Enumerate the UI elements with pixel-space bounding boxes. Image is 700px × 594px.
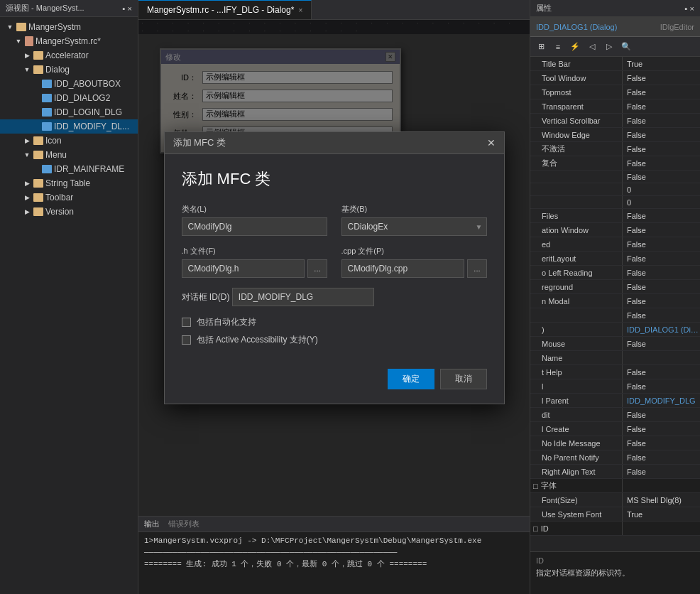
properties-object-selector[interactable]: IDD_DIALOG1 (Dialog) IDlgEditor: [530, 17, 700, 37]
tree-item-login[interactable]: IDD_LOGIN_DLG: [0, 105, 138, 119]
prop-value-mouse: False: [623, 340, 700, 348]
prop-vscrollbar[interactable]: Vertical Scrollbar False: [530, 114, 700, 128]
tree-item-accelerator[interactable]: ▶ Accelerator: [0, 48, 138, 63]
folder-icon-acc: [33, 51, 43, 60]
rc-file-icon: [25, 36, 33, 46]
tree-item-rc[interactable]: ▼ MangerSystm.rc*: [0, 34, 138, 48]
tree-label-dialog: Dialog: [45, 65, 70, 75]
prop-name-row[interactable]: Name: [530, 351, 700, 365]
mfc-cancel-button[interactable]: 取消: [440, 369, 487, 389]
prop-topmost[interactable]: Topmost False: [530, 85, 700, 99]
prop-oleftreading[interactable]: o Left Reading False: [530, 266, 700, 280]
tree-item-dialog2[interactable]: IDD_DIALOG2: [0, 91, 138, 105]
folder-icon-toolbar: [33, 193, 43, 202]
tree-item-version[interactable]: ▶ Version: [0, 205, 138, 219]
prop-category-id[interactable]: □ID: [530, 522, 700, 536]
mfc-input-dialogid[interactable]: [232, 288, 374, 306]
mfc-input-cppfile[interactable]: [341, 259, 465, 278]
mfc-input-hfile[interactable]: [182, 259, 305, 278]
error-list-tab-label[interactable]: 错误列表: [168, 519, 199, 529]
prop-noidlemessage[interactable]: No Idle Message False: [530, 436, 700, 450]
prop-name-dit: dit: [530, 408, 623, 421]
mfc-dialog-close-button[interactable]: ✕: [487, 137, 496, 148]
props-tool-btn-2[interactable]: ≡: [550, 39, 566, 55]
prop-lcreate[interactable]: l Create False: [530, 422, 700, 436]
arrow-modify: [34, 122, 40, 131]
arrow-mainframe: [34, 165, 40, 173]
prop-files[interactable]: Files False: [530, 209, 700, 223]
prop-titlebar[interactable]: Title Bar True: [530, 57, 700, 71]
prop-name-noparentnotify: No Parent Notify: [530, 450, 623, 464]
prop-value-empty2: 0: [623, 185, 700, 194]
prop-nmodal[interactable]: n Modal False: [530, 294, 700, 308]
prop-noparentnotify[interactable]: No Parent Notify False: [530, 450, 700, 465]
solution-explorer-title: 源视图 - MangerSyst...: [6, 3, 84, 14]
mfc-input-classname[interactable]: [182, 217, 327, 236]
output-tab-label: 输出: [144, 519, 160, 529]
mfc-dialog-buttons: 确定 取消: [182, 360, 487, 389]
prop-category-font[interactable]: □字体: [530, 479, 700, 493]
props-tool-btn-search[interactable]: 🔍: [618, 39, 634, 55]
tree-view[interactable]: ▼ MangerSystm ▼ MangerSystm.rc* ▶ Accele…: [0, 17, 138, 594]
prop-name-nmodal: n Modal: [530, 294, 623, 308]
props-tool-btn-3[interactable]: ◁: [584, 39, 600, 55]
props-tool-btn-4[interactable]: ▷: [601, 39, 617, 55]
prop-composite[interactable]: 复合 False: [530, 156, 700, 171]
prop-name-mouse: Mouse: [530, 337, 623, 350]
mfc-checkbox-accessibility-box[interactable]: [182, 335, 191, 345]
tree-item-aboutbox[interactable]: IDD_ABOUTBOX: [0, 77, 138, 91]
mfc-select-baseclass[interactable]: CDialogEx: [341, 217, 487, 236]
prop-name-name: Name: [530, 351, 623, 364]
tree-item-mainframe[interactable]: IDR_MAINFRAME: [0, 162, 138, 176]
tree-item-icon[interactable]: ▶ Icon: [0, 134, 138, 148]
tree-label-modify: IDD_MODIFY_DL...: [54, 122, 129, 131]
prop-value-empty1: False: [623, 173, 700, 181]
arrow-version: ▶: [23, 207, 31, 216]
prop-ed[interactable]: ed False: [530, 237, 700, 252]
tab-close-button[interactable]: ×: [298, 6, 302, 14]
tree-item-toolbar[interactable]: ▶ Toolbar: [0, 190, 138, 205]
tree-item-dialog[interactable]: ▼ Dialog: [0, 63, 138, 77]
prop-inactive[interactable]: 不激活 False: [530, 142, 700, 156]
props-tool-btn-1[interactable]: ⊞: [533, 39, 549, 55]
mfc-confirm-button[interactable]: 确定: [388, 369, 434, 389]
prop-mouse[interactable]: Mouse False: [530, 337, 700, 351]
tab-rc-dialog[interactable]: MangerSystm.rc - ...IFY_DLG - Dialog* ×: [138, 0, 312, 19]
prop-usesystemfont[interactable]: Use System Font True: [530, 507, 700, 522]
prop-windowedge[interactable]: Window Edge False: [530, 128, 700, 142]
arrow-icon: ▼: [6, 23, 14, 31]
prop-l[interactable]: l False: [530, 379, 700, 394]
prop-value-composite: False: [623, 159, 700, 168]
arrow-login: [34, 108, 40, 117]
mfc-browse-cppfile-button[interactable]: ...: [467, 259, 486, 278]
prop-name-usesystemfont: Use System Font: [530, 507, 623, 521]
mfc-label-baseclass: 基类(B): [341, 204, 487, 215]
prop-idd-dialog1[interactable]: ) IDD_DIALOG1 (Dialog: [530, 323, 700, 337]
prop-name-noidlemessage: No Idle Message: [530, 436, 623, 450]
arrow-toolbar: ▶: [23, 193, 31, 202]
prop-toolwindow[interactable]: Tool Window False: [530, 71, 700, 85]
props-tool-btn-lightning[interactable]: ⚡: [567, 39, 583, 55]
prop-eritlayout[interactable]: eritLayout False: [530, 252, 700, 266]
tree-item-modify[interactable]: IDD_MODIFY_DL...: [0, 119, 138, 134]
prop-rightaligntext[interactable]: Right Align Text False: [530, 465, 700, 479]
mfc-checkbox-automation-box[interactable]: [182, 318, 191, 327]
mfc-row-files: .h 文件(F) ... .cpp 文件(P) ...: [182, 246, 487, 278]
editor-area: · · · · · · · · · · · · · · · · · · · · …: [138, 20, 530, 516]
properties-pin-icon: ▪ ×: [685, 4, 694, 13]
arrow-dlg2: [34, 94, 40, 102]
prop-value-eritlayout: False: [623, 254, 700, 263]
tree-item-menu[interactable]: ▼ Menu: [0, 148, 138, 162]
dialog-icon-login: [42, 108, 52, 117]
mfc-browse-hfile-button[interactable]: ...: [307, 259, 327, 278]
prop-thelp[interactable]: t Help False: [530, 365, 700, 379]
prop-dit[interactable]: dit False: [530, 408, 700, 422]
prop-transparent[interactable]: Transparent False: [530, 99, 700, 114]
tree-item-root[interactable]: ▼ MangerSystm: [0, 20, 138, 34]
category-id-icon: □: [533, 524, 538, 533]
tree-item-stringtable[interactable]: ▶ String Table: [0, 176, 138, 190]
prop-fontsize[interactable]: Font(Size) MS Shell Dlg(8): [530, 493, 700, 507]
prop-reground[interactable]: reground False: [530, 280, 700, 294]
prop-ationwindow[interactable]: ation Window False: [530, 223, 700, 237]
prop-lparent[interactable]: l Parent IDD_MODIFY_DLG: [530, 394, 700, 408]
